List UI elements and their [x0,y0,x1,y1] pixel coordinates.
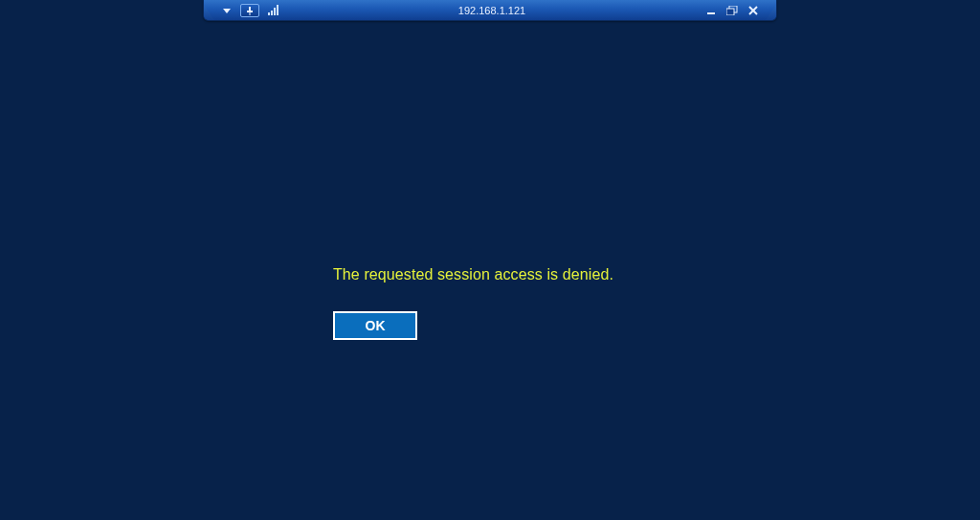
ok-button[interactable]: OK [333,311,417,340]
svg-rect-2 [247,11,253,12]
rdp-menu-button[interactable] [219,3,234,18]
svg-rect-6 [726,9,734,15]
rdp-connection-bar: 192.168.1.121 [203,0,777,21]
close-button[interactable] [746,3,761,18]
rdp-pin-button[interactable] [240,4,259,17]
rdp-bar-left-controls [204,3,280,18]
svg-rect-4 [707,12,715,14]
rdp-connection-quality[interactable] [265,3,280,18]
restore-icon [726,6,738,15]
error-message-text: The requested session access is denied. [333,266,613,283]
minimize-button[interactable] [703,3,719,18]
svg-marker-0 [223,9,231,13]
rdp-connection-title: 192.168.1.121 [280,5,703,16]
signal-bars-icon [268,5,278,15]
pin-icon [245,6,255,15]
remote-desktop-background: 192.168.1.121 The requested s [0,0,980,520]
minimize-icon [706,6,716,15]
svg-rect-3 [250,12,251,15]
chevron-down-icon [222,6,232,15]
restore-button[interactable] [724,3,740,18]
rdp-bar-window-controls [703,3,776,18]
close-icon [748,6,758,15]
